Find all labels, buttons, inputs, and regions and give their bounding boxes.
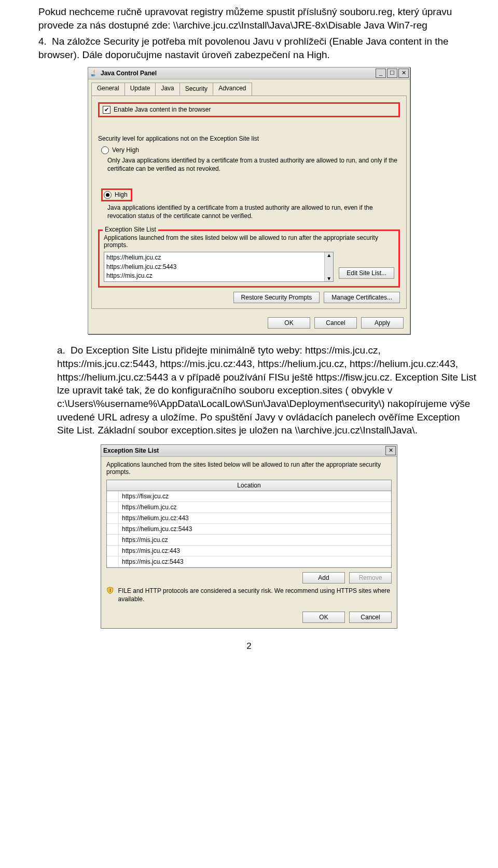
esl-cancel-button[interactable]: Cancel: [349, 612, 392, 623]
remove-button[interactable]: Remove: [349, 572, 392, 584]
java-control-panel: Java Control Panel _ ☐ ✕ General Update …: [88, 67, 410, 335]
close-button[interactable]: ✕: [398, 69, 409, 78]
exception-site-list-group: Exception Site List Applications launche…: [98, 229, 400, 288]
shield-warning-icon: !: [106, 587, 114, 596]
esl-url-cell[interactable]: https://fisw.jcu.cz: [119, 493, 172, 500]
radio-high-input[interactable]: [104, 191, 112, 199]
maximize-button[interactable]: ☐: [387, 69, 397, 78]
jcp-bottom-buttons: OK Cancel Apply: [88, 312, 410, 334]
paragraph-esl: a.Do Exception Site Listu přidejte minim…: [21, 344, 477, 437]
radio-very-high-input[interactable]: [101, 146, 109, 154]
table-row[interactable]: https://fisw.jcu.cz: [107, 491, 391, 502]
esl-warning: ! FILE and HTTP protocols are considered…: [101, 584, 397, 607]
apply-button[interactable]: Apply: [361, 317, 404, 329]
esl-warning-text: FILE and HTTP protocols are considered a…: [118, 587, 392, 603]
enable-java-checkbox[interactable]: ✔: [103, 106, 110, 114]
esl-group-title: Exception Site List: [103, 226, 158, 233]
radio-very-high[interactable]: Very High: [101, 146, 400, 154]
esl-window-title: Exception Site List: [103, 447, 384, 454]
esl-dialog-desc: Applications launched from the sites lis…: [101, 457, 397, 476]
tab-general[interactable]: General: [91, 83, 125, 96]
esl-url-cell[interactable]: https://mis.jcu.cz:443: [119, 547, 183, 554]
manage-certificates-button[interactable]: Manage Certificates...: [324, 292, 400, 303]
cancel-button[interactable]: Cancel: [314, 317, 357, 329]
svg-text:!: !: [109, 588, 111, 593]
esl-url-cell[interactable]: https://mis.jcu.cz:5443: [119, 558, 187, 565]
restore-prompts-button[interactable]: Restore Security Prompts: [233, 292, 320, 303]
esl-url-cell[interactable]: https://helium.jcu.cz: [119, 504, 179, 511]
tab-advanced[interactable]: Advanced: [213, 83, 252, 96]
table-row[interactable]: https://helium.jcu.cz:5443: [107, 524, 391, 535]
titlebar: Java Control Panel _ ☐ ✕: [88, 67, 410, 79]
radio-selected-dot: [106, 193, 109, 197]
scroll-up-icon[interactable]: ▲: [326, 252, 331, 258]
high-desc: Java applications identified by a certif…: [107, 204, 400, 220]
paragraph-security: 4.Na záložce Security je potřeba mít pov…: [21, 35, 477, 61]
enable-java-checkbox-row[interactable]: ✔ Enable Java content in the browser: [103, 106, 395, 114]
esl-url-cell[interactable]: https://helium.jcu.cz:5443: [119, 525, 195, 533]
java-icon: [90, 70, 98, 77]
list-letter-a: a.: [57, 344, 71, 357]
esl-table: Location https://fisw.jcu.cz https://hel…: [106, 480, 392, 568]
radio-very-high-label: Very High: [112, 146, 139, 154]
page-number: 2: [21, 641, 477, 652]
tabs: General Update Java Security Advanced: [88, 79, 410, 96]
esl-scrollbar[interactable]: ▲ ▼: [324, 252, 333, 281]
esl-ok-button[interactable]: OK: [302, 612, 345, 623]
tab-security[interactable]: Security: [179, 83, 213, 96]
add-button[interactable]: Add: [302, 572, 345, 584]
window-title: Java Control Panel: [101, 70, 375, 77]
esl-bottom-buttons: OK Cancel: [101, 607, 397, 628]
radio-high-highlight[interactable]: High: [101, 188, 132, 201]
esl-list[interactable]: https://helium.jcu.cz https://helium.jcu…: [104, 252, 334, 282]
security-level-title: Security level for applications not on t…: [98, 135, 400, 142]
very-high-desc: Only Java applications identified by a c…: [107, 156, 400, 173]
paragraph-security-text: Na záložce Security je potřeba mít povol…: [38, 36, 449, 60]
esl-url[interactable]: https://helium.jcu.cz:5443: [106, 263, 322, 272]
paragraph-registry: Pokud nechceme ručně upravovat registry …: [21, 5, 477, 32]
edit-site-list-button[interactable]: Edit Site List...: [339, 267, 394, 279]
esl-col-location: Location: [107, 480, 391, 491]
table-row[interactable]: https://mis.jcu.cz: [107, 535, 391, 546]
list-number-4: 4.: [38, 35, 52, 48]
esl-group-desc: Applications launched from the sites lis…: [104, 234, 394, 249]
esl-titlebar: Exception Site List ✕: [101, 445, 397, 457]
tab-update[interactable]: Update: [125, 83, 156, 96]
enable-java-label: Enable Java content in the browser: [114, 106, 211, 113]
table-row[interactable]: https://helium.jcu.cz: [107, 502, 391, 513]
security-tabpane: ✔ Enable Java content in the browser Sec…: [91, 96, 407, 309]
scroll-down-icon[interactable]: ▼: [326, 276, 331, 281]
table-row[interactable]: https://mis.jcu.cz:443: [107, 546, 391, 557]
esl-url-cell[interactable]: https://helium.jcu.cz:443: [119, 514, 192, 522]
esl-close-button[interactable]: ✕: [385, 446, 396, 455]
minimize-button[interactable]: _: [376, 69, 386, 78]
exception-site-list-dialog: Exception Site List ✕ Applications launc…: [101, 444, 397, 629]
esl-url-cell[interactable]: https://mis.jcu.cz: [119, 536, 171, 544]
tab-java[interactable]: Java: [155, 83, 179, 96]
table-row[interactable]: https://mis.jcu.cz:5443: [107, 557, 391, 567]
radio-high-label: High: [115, 191, 128, 198]
enable-java-highlight: ✔ Enable Java content in the browser: [98, 102, 400, 117]
paragraph-esl-text: Do Exception Site Listu přidejte minimál…: [57, 345, 476, 436]
esl-url[interactable]: https://mis.jcu.cz: [106, 272, 322, 280]
table-row[interactable]: https://helium.jcu.cz:443: [107, 513, 391, 524]
ok-button[interactable]: OK: [268, 317, 310, 329]
esl-url[interactable]: https://helium.jcu.cz: [106, 253, 322, 262]
